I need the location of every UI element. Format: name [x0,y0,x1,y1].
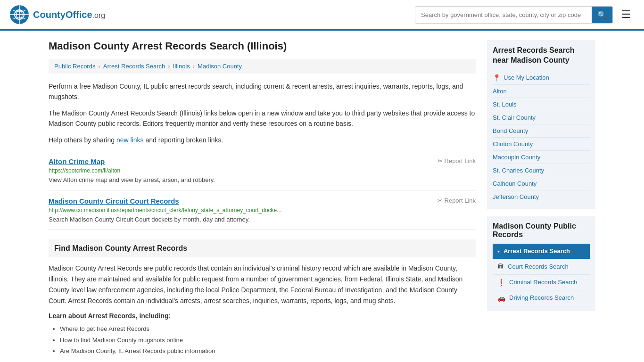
breadcrumb-madison-county[interactable]: Madison County [198,63,242,70]
nearby-item-stcharles: St. Charles County [493,164,590,177]
resource-card-1: ✂ Report Link Madison County Circuit Cou… [49,190,476,230]
nearby-item-macoupin: Macoupin County [493,151,590,164]
resource-title-1[interactable]: Madison County Circuit Court Records [49,197,179,205]
pub-record-driving-link[interactable]: Driving Records Search [509,294,574,301]
new-links-link[interactable]: new links [116,136,144,144]
page-title: Madison County Arrest Records Search (Il… [49,40,476,52]
header-right: 🔍 ☰ [415,6,635,24]
list-item-0: Where to get free Arrest Records [60,323,476,334]
resource-cards: ✂ Report Link Alton Crime Map https://sp… [49,151,476,230]
pub-record-arrest-link[interactable]: Arrest Records Search [504,247,570,255]
nearby-item-stlouis: St. Louis [493,98,590,111]
hamburger-menu-button[interactable]: ☰ [618,7,635,23]
search-input[interactable] [415,8,592,22]
pub-record-criminal[interactable]: ❗ Criminal Records Search [493,275,590,290]
nearby-link-clinton[interactable]: Clinton County [493,140,533,148]
sidebar: Arrest Records Search near Madison Count… [487,40,595,357]
public-records-title: Madison County Public Records [493,222,590,239]
nearby-item-calhoun: Calhoun County [493,177,590,190]
logo-icon [9,5,29,25]
nearby-link-bond[interactable]: Bond County [493,127,528,134]
pub-record-court-link[interactable]: Court Records Search [508,263,569,270]
breadcrumb: Public Records › Arrest Records Search ›… [49,59,476,74]
description-1: Perform a free Madison County, IL public… [49,81,476,102]
pub-record-arrest[interactable]: ▪ Arrest Records Search [493,244,590,259]
report-link-button-0[interactable]: ✂ Report Link [438,157,476,165]
nearby-item-jefferson: Jefferson County [493,190,590,203]
resource-url-0: https://spotcrime.com/il/alton [49,167,476,174]
list-item-2: Are Madison County, IL Arrest Records pu… [60,346,476,356]
use-my-location-link[interactable]: Use My Location [504,74,549,81]
criminal-icon: ❗ [497,279,505,286]
learn-title: Learn about Arrest Records, including: [49,312,476,320]
resource-desc-1: Search Madison County Circuit Court dock… [49,216,476,223]
nearby-link-jefferson[interactable]: Jefferson County [493,193,539,200]
nearby-link-stclair[interactable]: St. Clair County [493,114,536,121]
resource-title-0[interactable]: Alton Crime Map [49,157,105,165]
main-content: Madison County Arrest Records Search (Il… [49,40,476,357]
location-icon: 📍 [493,74,501,82]
pub-record-driving[interactable]: 🚗 Driving Records Search [493,290,590,305]
logo-area: CountyOffice.org [9,5,105,25]
find-body-text: Madison County Arrest Records are public… [49,263,476,306]
driving-icon: 🚗 [497,294,505,302]
nearby-link-macoupin[interactable]: Macoupin County [493,154,540,161]
nearby-link-alton[interactable]: Alton [493,88,507,95]
nearby-link-stcharles[interactable]: St. Charles County [493,167,544,174]
list-item-1: How to find Madison County mugshots onli… [60,335,476,346]
search-button[interactable]: 🔍 [592,7,612,23]
use-my-location-item[interactable]: 📍 Use My Location [493,71,590,85]
logo-text: CountyOffice.org [33,9,105,20]
nearby-section-title: Arrest Records Search near Madison Count… [493,46,590,66]
page-container: Madison County Arrest Records Search (Il… [39,31,605,362]
site-header: CountyOffice.org 🔍 ☰ [0,0,644,31]
breadcrumb-public-records[interactable]: Public Records [54,63,95,70]
arrest-icon: ▪ [497,247,500,255]
description-2: The Madison County Arrest Records Search… [49,108,476,129]
nearby-item-clinton: Clinton County [493,138,590,151]
nearby-link-calhoun[interactable]: Calhoun County [493,180,537,187]
description-3: Help others by sharing new links and rep… [49,135,476,145]
resource-url-1: http://www.co.madison.il.us/departments/… [49,207,476,214]
pub-record-criminal-link[interactable]: Criminal Records Search [509,279,578,286]
find-section-header: Find Madison County Arrest Records [49,239,476,257]
breadcrumb-illinois[interactable]: Illinois [173,63,190,70]
search-bar: 🔍 [415,6,613,24]
nearby-item-stclair: St. Clair County [493,111,590,124]
nearby-item-bond: Bond County [493,124,590,138]
learn-list: Where to get free Arrest Records How to … [60,323,476,356]
report-link-button-1[interactable]: ✂ Report Link [438,197,476,204]
nearby-section: Arrest Records Search near Madison Count… [487,40,595,209]
resource-desc-0: View Alton crime map and view by arrest,… [49,176,476,183]
nearby-link-stlouis[interactable]: St. Louis [493,101,517,108]
court-icon: 🏛 [497,263,504,271]
pub-record-court[interactable]: 🏛 Court Records Search [493,259,590,275]
public-records-section: Madison County Public Records ▪ Arrest R… [487,216,595,311]
breadcrumb-arrest-records[interactable]: Arrest Records Search [103,63,165,70]
nearby-item-alton: Alton [493,85,590,98]
resource-card-0: ✂ Report Link Alton Crime Map https://sp… [49,151,476,190]
